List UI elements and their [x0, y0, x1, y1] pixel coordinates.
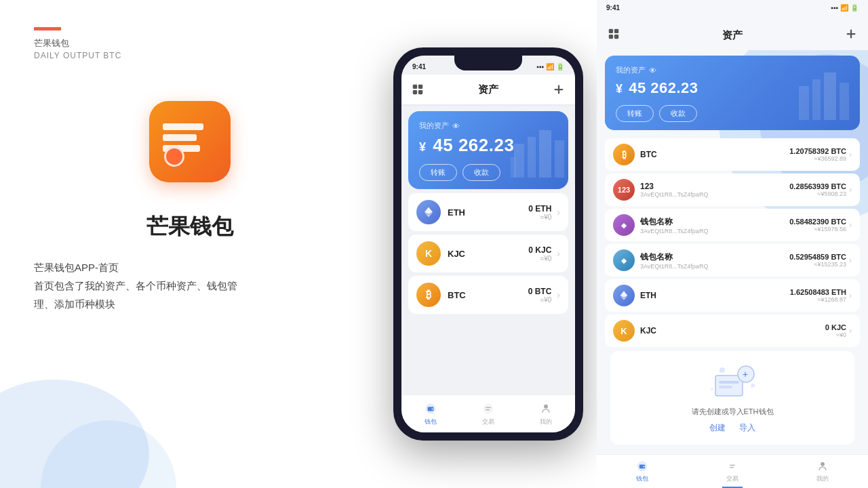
right-plus-icon[interactable] — [845, 28, 857, 43]
right-coin-btc[interactable]: ₿ BTC 1.20758392 BTC ≈¥36592.89 › — [605, 138, 860, 171]
right-wallet2-balance: 0.52954859 BTC ≈¥15235.23 — [789, 253, 846, 268]
right-coin-wallet1[interactable]: ◆ 钱包名称 3AvEQt1R8...TsZ4fpaRQ 0.58482390 … — [605, 209, 860, 241]
plus-icon[interactable] — [551, 81, 567, 98]
svg-rect-28 — [719, 386, 732, 388]
svg-rect-20 — [799, 86, 809, 120]
card-bg-decoration — [500, 111, 568, 189]
right-status-bar: 9:41 ▪▪▪📶🔋 — [597, 0, 868, 15]
eth-arrow: › — [557, 207, 560, 218]
svg-point-31 — [719, 367, 725, 373]
right-eye-icon[interactable]: 👁 — [649, 66, 656, 75]
svg-point-14 — [483, 403, 493, 413]
eth-balance: 0 ETH ≈¥0 — [528, 204, 551, 221]
right-transfer-button[interactable]: 转账 — [616, 105, 654, 122]
right-eth-logo — [613, 285, 635, 306]
svg-point-37 — [821, 462, 825, 466]
tab-wallet[interactable]: 钱包 — [401, 395, 459, 432]
svg-rect-16 — [609, 29, 613, 33]
status-icons: ▪▪▪ 📶 🔋 — [536, 63, 564, 70]
phone-nav-bar: 资产 — [401, 75, 575, 104]
right-coin-kjc[interactable]: K KJC 0 KJC ≈¥0 › — [605, 314, 860, 347]
right-coin-123[interactable]: 123 123 3AvEQt1R8...TsZ4fpaRQ 0.28563939… — [605, 174, 860, 206]
right-coin-wallet2[interactable]: ◆ 钱包名称 3AvEQt1R8...TsZ4fpaRQ 0.52954859 … — [605, 244, 860, 277]
accent-bar — [34, 27, 61, 30]
right-wallet2-addr: 3AvEQt1R8...TsZ4fpaRQ — [640, 263, 708, 270]
eth-notice-illustration: + — [705, 362, 760, 403]
svg-rect-19 — [614, 35, 618, 39]
right-btc-name: BTC — [640, 150, 657, 159]
right-kjc-name: KJC — [640, 326, 656, 336]
right-status-time: 9:41 — [606, 4, 620, 12]
phone-screen: 9:41 ▪▪▪ 📶 🔋 资产 — [401, 56, 575, 432]
svg-rect-6 — [539, 130, 551, 178]
eth-import-button[interactable]: 导入 — [739, 422, 755, 434]
right-wallet1-arrow: › — [849, 220, 852, 230]
right-wallet1-balance: 0.58482390 BTC ≈¥15978.56 — [789, 218, 846, 232]
svg-rect-1 — [418, 85, 422, 89]
kjc-balance: 0 KJC ≈¥0 — [528, 245, 551, 262]
right-grid-icon[interactable] — [608, 28, 620, 43]
svg-rect-18 — [609, 35, 613, 39]
app-icon — [149, 101, 231, 182]
tab-mine[interactable]: 我的 — [517, 395, 575, 432]
eth-create-button[interactable]: 创建 — [709, 422, 726, 434]
svg-rect-21 — [812, 79, 821, 120]
phone-frame: 9:41 ▪▪▪ 📶 🔋 资产 — [393, 47, 583, 441]
svg-rect-0 — [413, 85, 417, 89]
right-panel: 9:41 ▪▪▪📶🔋 资产 我的资产 👁 ¥ 4 — [597, 0, 868, 488]
svg-point-36 — [643, 466, 644, 467]
right-wallet1-addr: 3AvEQt1R8...TsZ4fpaRQ — [640, 228, 708, 235]
eth-notice-links: 创建 导入 — [709, 422, 755, 434]
btc-balance: 0 BTC ≈¥0 — [528, 287, 552, 304]
receive-button[interactable]: 收款 — [462, 164, 500, 181]
app-name-header: 芒果钱包 — [34, 37, 69, 49]
svg-rect-23 — [840, 83, 849, 120]
right-header-title: 资产 — [722, 29, 743, 42]
right-123-logo: 123 — [613, 179, 635, 201]
right-eth-balance: 1.62508483 ETH ≈¥1268.87 — [790, 288, 846, 303]
tab-transaction[interactable]: 交易 — [459, 395, 517, 432]
asset-card: 我的资产 👁 ¥ 45 262.23 转账 收款 — [408, 111, 568, 189]
tagline: DAILY OUTPUT BTC — [34, 51, 346, 60]
btc-name: BTC — [448, 290, 466, 300]
phone-coin-list: ETH 0 ETH ≈¥0 › K — [401, 193, 575, 314]
svg-rect-5 — [528, 137, 536, 178]
right-tab-mine[interactable]: 我的 — [778, 455, 868, 488]
kjc-logo: K — [416, 241, 441, 266]
svg-rect-8 — [511, 157, 516, 178]
right-kjc-logo: K — [613, 320, 635, 342]
eye-icon[interactable]: 👁 — [452, 122, 460, 130]
coin-item-eth[interactable]: ETH 0 ETH ≈¥0 › — [408, 193, 568, 231]
svg-rect-2 — [413, 90, 417, 94]
phone-mockup: 9:41 ▪▪▪ 📶 🔋 资产 — [380, 0, 597, 488]
svg-point-13 — [431, 408, 433, 409]
svg-rect-7 — [555, 140, 564, 178]
right-btc-logo: ₿ — [613, 144, 635, 165]
right-coin-list: ₿ BTC 1.20758392 BTC ≈¥36592.89 › 123 12… — [597, 136, 868, 454]
right-eth-arrow: › — [849, 291, 852, 300]
eth-notice-text: 请先创建或导入ETH钱包 — [692, 407, 774, 417]
right-wallet2-name: 钱包名称 — [640, 251, 708, 263]
right-kjc-balance: 0 KJC ≈¥0 — [825, 323, 846, 338]
right-123-name: 123 — [640, 182, 708, 191]
svg-marker-24 — [620, 291, 628, 297]
svg-text:+: + — [743, 369, 748, 380]
left-panel: 芒果钱包 DAILY OUTPUT BTC 芒果钱包 芒果钱包APP-首页 首页… — [0, 0, 380, 488]
right-eth-name: ETH — [640, 291, 656, 300]
right-btc-balance: 1.20758392 BTC ≈¥36592.89 — [789, 147, 846, 162]
eth-name: ETH — [448, 207, 465, 218]
right-header: 资产 — [597, 20, 868, 50]
svg-point-33 — [711, 388, 713, 390]
transfer-button[interactable]: 转账 — [419, 164, 457, 181]
phone-tabbar: 钱包 交易 我的 — [401, 394, 575, 432]
grid-icon[interactable] — [410, 81, 426, 98]
right-kjc-arrow: › — [849, 326, 852, 336]
right-receive-button[interactable]: 收款 — [659, 105, 697, 122]
status-time: 9:41 — [412, 63, 426, 70]
coin-item-kjc[interactable]: K KJC 0 KJC ≈¥0 › — [408, 235, 568, 272]
right-tab-wallet[interactable]: 钱包 — [597, 455, 687, 488]
coin-item-btc[interactable]: ₿ BTC 0 BTC ≈¥0 › — [408, 276, 568, 314]
right-tab-transaction[interactable]: 交易 — [687, 455, 777, 488]
right-coin-eth[interactable]: ETH 1.62508483 ETH ≈¥1268.87 › — [605, 279, 860, 312]
right-asset-card: 我的资产 👁 ¥ 45 262.23 转账 收款 — [605, 56, 860, 130]
